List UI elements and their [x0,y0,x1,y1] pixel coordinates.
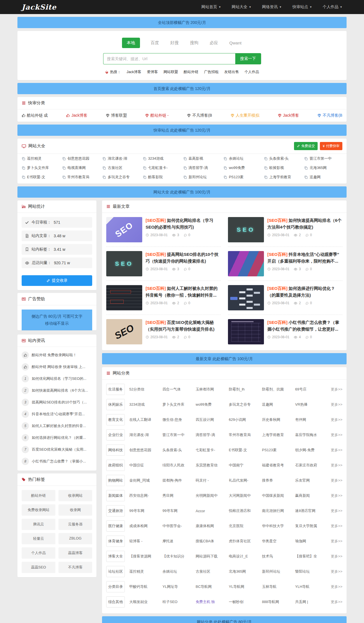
fast-review-site-link[interactable]: 酷站外链 - [145,113,169,118]
category-site-link[interactable]: 西安信息网- [129,493,162,498]
hot-search-link[interactable]: 广告招租 [204,69,219,75]
site-link[interactable]: 上海学前教育 [264,175,302,180]
category-site-link[interactable]: 629小说网 [229,417,262,422]
category-site-link[interactable]: YL导航网 [229,584,262,589]
site-link[interactable]: 古泉社区 [102,165,141,170]
category-site-link[interactable]: 电商设计_E [229,554,262,559]
category-site-link[interactable]: 历史春秋网 [262,417,295,422]
hot-tag[interactable]: 个人作品 [22,547,55,559]
search-input[interactable] [103,53,235,64]
nav-menu-item[interactable]: 个人作品▼ [323,4,342,10]
site-link[interactable]: 酷客影院 [143,175,181,180]
category-site-link[interactable]: 99寻车网 [129,508,162,513]
ad-banner-search[interactable]: 首页搜索 此处横幅广告 120元/月 [17,83,347,94]
category-site-link[interactable]: YL网址导 [162,584,196,589]
category-site-link[interactable]: 暨阳论坛 [295,569,328,574]
hot-tag[interactable]: 免费收录网站 [22,504,55,516]
hot-tag[interactable]: 不凡博客 [58,562,92,573]
category-site-link[interactable]: 新邳州论坛 [262,569,295,574]
news-list-item[interactable]: 5 如何人工解封被永久封禁的抖音... [22,420,92,432]
hot-search-link[interactable]: 酷站外链 [184,69,198,75]
ad-banner-fast[interactable]: 快审站点 此处横幅广告 120元/月 [17,125,347,136]
hot-search-link[interactable]: 网站联盟 [164,69,178,75]
free-submit-button[interactable]: 免费提交 [294,142,318,150]
article-card[interactable]: SEO [SEO百科] 提高网站SEO排名的10个技巧（快速提升你的网站搜索排名… [106,247,221,281]
category-site-link[interactable]: 晋江市第一中 [162,432,196,437]
category-more-link[interactable]: 更多>> [328,402,342,407]
category-site-link[interactable]: VR热播 [295,402,328,407]
category-site-link[interactable]: 康康体检网 [196,523,229,529]
category-site-link[interactable]: 轻博客 - [129,539,162,544]
site-link[interactable]: 头条搜索-头 [264,156,302,161]
search-engine-tab[interactable]: 百度 [150,38,160,48]
category-site-link[interactable]: PS123素 [262,448,295,453]
category-site-link[interactable]: 码支付 - [196,478,229,483]
category-site-link[interactable]: 888导航网 [262,599,295,604]
category-badge[interactable]: 综合其他 [106,596,125,608]
fast-review-site-link[interactable]: 人生重开模拟 [230,113,259,118]
news-list-item[interactable]: 7 百度SEO优化策略大揭秘（实用... [22,444,92,455]
category-site-link[interactable]: 北海365网 [229,569,262,574]
category-site-link[interactable]: 提都掏-掏件 [162,478,196,483]
site-logo[interactable]: JackSite [22,3,56,11]
category-site-link[interactable]: 免费主机 独 [196,599,229,604]
category-more-link[interactable]: 更多>> [328,523,342,529]
category-site-link[interactable]: 复旦大学附属 [295,523,328,529]
category-site-link[interactable]: 萝卜头文件库 [162,402,196,407]
search-engine-tab[interactable]: 好搜 [170,38,179,48]
category-badge[interactable]: 休闲娱乐 [106,399,125,410]
site-link[interactable]: 逗趣网 [304,175,342,180]
site-link[interactable]: 滴答留学-滴 [183,165,221,170]
nav-menu-item[interactable]: 快审站点▼ [292,4,312,10]
category-site-link[interactable]: 52分类信 [129,387,162,392]
category-more-link[interactable]: 更多>> [328,448,342,453]
category-site-link[interactable]: 搜券券 [262,478,295,483]
fast-review-site-link[interactable]: 不凡博客(B [317,113,342,118]
hot-tag[interactable]: 蕊蕊SEO [22,562,55,573]
category-site-link[interactable]: 遥控精灵 [129,569,162,574]
ad-banner-site-all[interactable]: 网站大全 此处横幅广告 100元/月 [17,186,347,198]
article-card[interactable]: SEO [SEO百科] 如何优化网站排名（学习SEO的必要性与实用技巧) 202… [106,213,221,247]
fast-review-site-link[interactable]: 博客联盟 [106,113,127,118]
hot-tag[interactable]: ZBLOG [58,533,92,544]
category-more-link[interactable]: 更多>> [328,417,342,422]
site-link[interactable]: 创意悠悠花园 [62,156,100,161]
category-site-link[interactable]: 乐友官网 [295,478,328,483]
category-site-link[interactable]: 69号店 [295,387,328,392]
category-site-link[interactable]: 技术鸟 [262,554,295,559]
category-more-link[interactable]: 更多>> [328,508,342,513]
news-list-item[interactable]: 酷站外链 免费收录网站啦！ [22,349,92,361]
site-link[interactable]: 嘉高影视 [183,156,221,161]
site-link[interactable]: 电视直播网 [62,165,100,170]
category-site-link[interactable]: 逗趣网 [262,402,295,407]
category-site-link[interactable]: 东莞慧教育信 [196,463,229,468]
category-site-link[interactable]: 防霉剂、抗菌 [262,387,295,392]
news-list-item[interactable]: 6 如何选择进行网站优化？（的重... [22,432,92,444]
category-site-link[interactable]: 中国南宁 [229,463,262,468]
site-link[interactable]: 欧骏影视 [264,165,302,170]
site-link[interactable]: 常州市教育局 [62,175,100,180]
category-more-link[interactable]: 更多>> [328,432,342,437]
category-site-link[interactable]: 华中科技大学 [262,523,295,529]
category-site-link[interactable]: 桔子SEO [162,599,196,604]
category-site-link[interactable]: 玉林都市网 [196,387,229,392]
category-site-link[interactable]: 北京医院 [229,523,262,529]
nav-menu-item[interactable]: 网站大全▼ [232,4,251,10]
hot-tag[interactable]: 收录网 [58,504,92,516]
site-link[interactable]: 余姚论坛 [223,156,262,161]
hot-tag[interactable]: 腾讯云 [22,519,55,530]
site-link[interactable]: E书联盟-文 [22,175,60,180]
hot-search-link[interactable]: 友链出售 [224,69,239,75]
side-ad-box[interactable]: 侧边广告 80元/月 可图可文字 移动端不显示 [22,310,92,330]
category-site-link[interactable]: 中国煤炭新闻 [262,493,295,498]
article-card[interactable]: [SEO百科] 如何人工解封被永久封禁的抖音账号（教你一招，快速解封抖音... … [106,281,221,315]
hot-search-link[interactable]: Jack博客 [126,69,141,75]
ad-banner-categories[interactable]: 网站分类 此处横幅广告 80元/月 [102,616,347,623]
category-badge[interactable]: 论坛社区 [106,566,125,577]
category-badge[interactable]: 医疗健康 [106,520,125,532]
category-site-link[interactable]: 悦榕庄酒店和 [229,508,262,513]
category-site-link[interactable]: 创意悠悠花园 [129,448,162,453]
site-link[interactable]: 七彩虹显卡- [143,165,181,170]
category-site-link[interactable]: 防霉剂_lh [229,387,262,392]
site-link[interactable]: 多玩龙之谷专 [102,175,141,180]
